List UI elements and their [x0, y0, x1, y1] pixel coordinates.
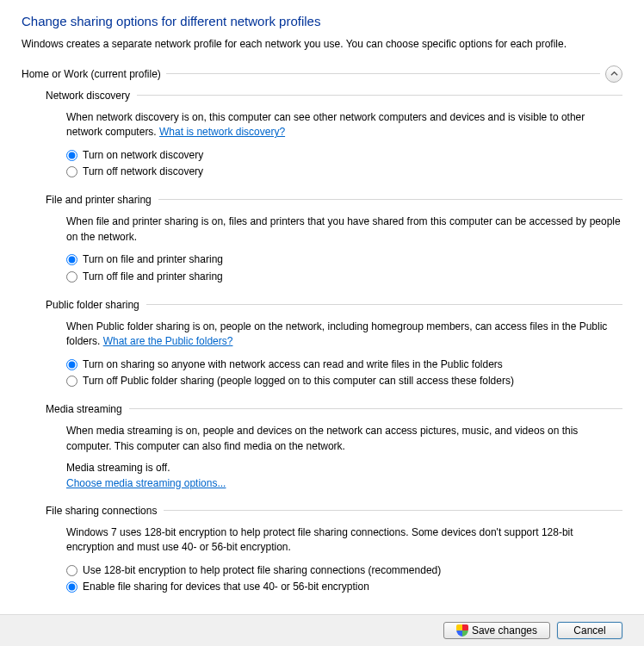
public-title: Public folder sharing	[46, 299, 146, 311]
fps-on-radio[interactable]: Turn on file and printer sharing	[66, 252, 622, 268]
fps-title: File and printer sharing	[46, 194, 158, 206]
media-status: Media streaming is off.	[66, 461, 622, 475]
enc-128-radio[interactable]: Use 128-bit encryption to help protect f…	[66, 562, 622, 579]
public-desc: When Public folder sharing is on, people…	[66, 320, 622, 350]
footer-bar: Save changes Cancel	[0, 614, 644, 646]
enc-title: File sharing connections	[46, 505, 164, 517]
discovery-on-radio[interactable]: Turn on network discovery	[66, 147, 622, 164]
save-button[interactable]: Save changes	[443, 622, 550, 639]
divider	[146, 304, 622, 306]
public-off-radio[interactable]: Turn off Public folder sharing (people l…	[66, 373, 622, 389]
cancel-button[interactable]: Cancel	[557, 622, 622, 639]
collapse-chevron-icon[interactable]	[605, 65, 622, 83]
fps-desc: When file and printer sharing is on, fil…	[66, 214, 622, 245]
media-options-link[interactable]: Choose media streaming options...	[66, 477, 226, 489]
page-intro: Windows creates a separate network profi…	[22, 37, 622, 52]
network-discovery-desc: When network discovery is on, this compu…	[66, 110, 622, 140]
divider	[166, 73, 600, 75]
fps-off-radio[interactable]: Turn off file and printer sharing	[66, 269, 622, 285]
network-discovery-title: Network discovery	[46, 90, 137, 102]
page-title: Change sharing options for different net…	[22, 14, 622, 28]
public-folders-link[interactable]: What are the Public folders?	[103, 335, 233, 347]
enc-40-radio[interactable]: Enable file sharing for devices that use…	[66, 579, 622, 595]
network-discovery-link[interactable]: What is network discovery?	[159, 126, 285, 138]
discovery-off-radio[interactable]: Turn off network discovery	[66, 164, 622, 180]
media-desc: When media streaming is on, people and d…	[66, 424, 622, 454]
media-title: Media streaming	[46, 403, 129, 415]
divider	[137, 95, 622, 96]
public-on-radio[interactable]: Turn on sharing so anyone with network a…	[66, 357, 622, 373]
profile-header: Home or Work (current profile)	[22, 68, 166, 80]
enc-desc: Windows 7 uses 128-bit encryption to hel…	[66, 525, 622, 556]
divider	[164, 510, 622, 512]
divider	[158, 199, 622, 201]
shield-icon	[456, 624, 468, 637]
divider	[129, 408, 622, 410]
